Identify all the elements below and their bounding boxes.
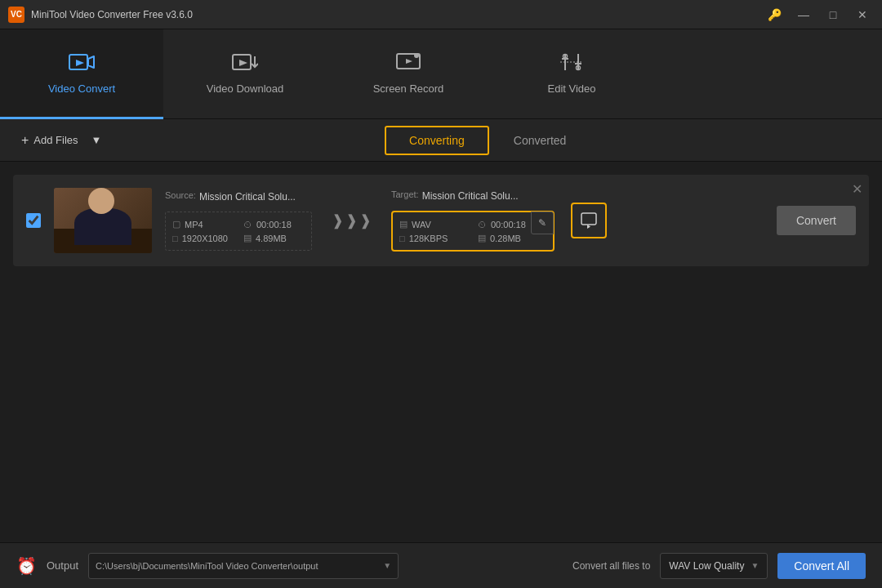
source-resolution: 1920X1080 (182, 234, 228, 243)
navigation-bar: Video Convert Video Download Screen Reco… (0, 29, 882, 119)
source-duration: 00:00:18 (256, 220, 292, 229)
target-bitrate: 128KBPS (409, 234, 448, 243)
convert-all-label: Convert all files to (572, 560, 650, 572)
source-duration-item: ⏲ 00:00:18 (243, 219, 305, 229)
app-title: MiniTool Video Converter Free v3.6.0 (31, 9, 763, 20)
svg-marker-3 (239, 60, 247, 66)
screen-record-icon (395, 51, 421, 76)
maximize-button[interactable]: □ (822, 3, 844, 26)
output-label: Output (47, 559, 78, 572)
tab-converted[interactable]: Converted (489, 126, 591, 155)
svg-point-7 (414, 53, 419, 58)
target-file-icon: ▤ (478, 233, 486, 243)
target-details: ▤ WAV ⏲ 00:00:18 □ 128KBPS ▤ 0.28MB (391, 211, 555, 252)
source-resolution-item: □ 1920X1080 (172, 233, 234, 243)
target-info: Target: Mission Critical Solu... ▤ WAV ⏲… (391, 189, 555, 252)
source-format: MP4 (185, 220, 203, 229)
target-filename: Mission Critical Solu... (422, 190, 519, 202)
app-logo: VC (8, 7, 24, 23)
add-icon: + (21, 133, 29, 148)
source-details: ▢ MP4 ⏲ 00:00:18 □ 1920X1080 ▤ 4.89MB (165, 212, 312, 251)
bottom-bar: ⏰ Output C:\Users\bj\Documents\MiniTool … (0, 542, 882, 588)
convert-arrows: ❱❱❱ (325, 212, 378, 229)
svg-marker-1 (76, 60, 84, 66)
source-filename: Mission Critical Solu... (199, 191, 296, 203)
svg-rect-15 (581, 213, 596, 225)
add-files-dropdown-button[interactable]: ▼ (87, 129, 107, 151)
key-button[interactable]: 🔑 (763, 3, 786, 26)
file-thumbnail (54, 188, 152, 253)
video-convert-icon (69, 51, 95, 76)
format-dropdown-arrow-icon: ▼ (751, 561, 759, 570)
target-bitrate-item: □ 128KBPS (399, 233, 468, 243)
output-path-selector[interactable]: C:\Users\bj\Documents\MiniTool Video Con… (88, 553, 399, 579)
nav-item-edit-video[interactable]: Edit Video (490, 29, 653, 119)
convert-button[interactable]: Convert (777, 206, 856, 235)
format-selector[interactable]: WAV Low Quality ▼ (660, 553, 768, 579)
add-files-button[interactable]: + Add Files (13, 128, 87, 153)
target-label: Target: (391, 189, 419, 199)
source-size-item: ▤ 4.89MB (243, 233, 305, 243)
wav-icon: ▤ (399, 219, 408, 229)
output-path-text: C:\Users\bj\Documents\MiniTool Video Con… (96, 561, 378, 571)
close-button[interactable]: ✕ (851, 3, 874, 26)
file-card-checkbox[interactable] (26, 213, 41, 228)
target-format: WAV (412, 220, 431, 229)
format-label: WAV Low Quality (669, 560, 744, 572)
format-icon: ▢ (172, 219, 180, 229)
nav-item-screen-record[interactable]: Screen Record (327, 29, 490, 119)
clock-icon: ⏲ (243, 220, 252, 229)
edit-target-button[interactable]: ✎ (531, 212, 554, 234)
main-content: Source: Mission Critical Solu... ▢ MP4 ⏲… (0, 162, 882, 542)
source-format-item: ▢ MP4 (172, 219, 234, 229)
file-card: Source: Mission Critical Solu... ▢ MP4 ⏲… (13, 175, 869, 266)
nav-item-video-convert[interactable]: Video Convert (0, 29, 163, 119)
output-dropdown-arrow-icon: ▼ (383, 561, 391, 570)
nav-item-video-download[interactable]: Video Download (163, 29, 327, 119)
svg-marker-6 (406, 59, 412, 64)
tab-converting[interactable]: Converting (385, 126, 489, 155)
add-files-label: Add Files (33, 134, 78, 146)
file-icon: ▤ (243, 233, 252, 243)
nav-label-video-download: Video Download (207, 82, 283, 95)
source-label: Source: (165, 190, 196, 200)
edit-video-icon (559, 51, 585, 76)
target-format-item: ▤ WAV (399, 219, 468, 229)
toolbar: + Add Files ▼ Converting Converted (0, 119, 882, 162)
source-size: 4.89MB (256, 234, 287, 243)
source-info: Source: Mission Critical Solu... ▢ MP4 ⏲… (165, 190, 312, 251)
bitrate-icon: □ (399, 234, 405, 243)
nav-label-video-convert: Video Convert (48, 82, 115, 95)
convert-all-button[interactable]: Convert All (777, 553, 866, 579)
output-clock-icon: ⏰ (16, 556, 37, 576)
minimize-button[interactable]: — (792, 3, 815, 26)
target-duration: 00:00:18 (491, 220, 526, 229)
nav-label-screen-record: Screen Record (373, 82, 444, 95)
title-bar: VC MiniTool Video Converter Free v3.6.0 … (0, 0, 882, 29)
tab-group: Converting Converted (385, 126, 590, 155)
nav-label-edit-video: Edit Video (547, 82, 595, 95)
target-clock-icon: ⏲ (478, 220, 487, 229)
target-size: 0.28MB (490, 234, 521, 243)
video-download-icon (232, 51, 258, 76)
change-format-button[interactable] (571, 203, 607, 238)
resolution-icon: □ (172, 234, 178, 243)
file-card-close-button[interactable]: ✕ (852, 181, 862, 197)
window-controls: 🔑 — □ ✕ (763, 3, 874, 26)
